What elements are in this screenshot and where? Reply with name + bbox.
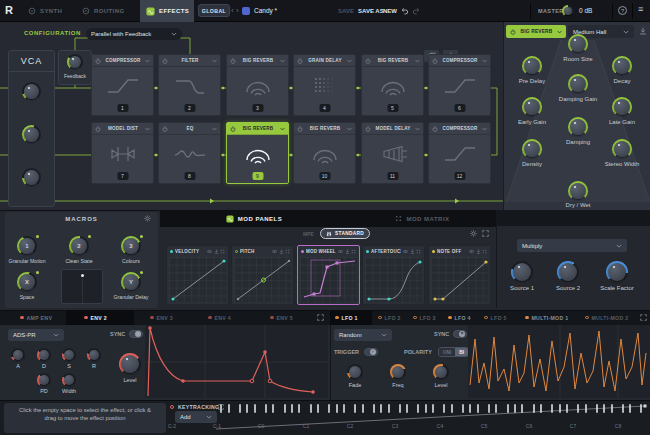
chevron-down-icon[interactable]: [145, 127, 150, 131]
master-volume-knob[interactable]: [562, 5, 574, 17]
download-icon[interactable]: [476, 249, 481, 254]
env-release-knob[interactable]: [87, 348, 101, 362]
keyboard-tick[interactable]: [425, 404, 427, 413]
tab-amp-env[interactable]: AMP ENV: [20, 310, 52, 325]
keyboard-tick[interactable]: [640, 404, 642, 413]
polarity-bi-option[interactable]: BI: [455, 348, 468, 356]
pre-delay-knob[interactable]: [522, 56, 542, 76]
aftertouch-curve-graph[interactable]: [365, 257, 422, 302]
chevron-down-icon[interactable]: [482, 59, 487, 63]
tab-env-2[interactable]: ENV 2: [84, 310, 107, 325]
mod-panel-note-off[interactable]: NOTE OFF: [428, 245, 491, 305]
grid-icon[interactable]: [285, 249, 290, 254]
keyboard-tick[interactable]: [611, 404, 613, 413]
keyboard-tick[interactable]: [373, 404, 375, 413]
lfo-fade-knob[interactable]: [347, 364, 363, 380]
chevron-down-icon[interactable]: [415, 59, 420, 63]
expand-icon[interactable]: [317, 314, 324, 321]
grid-icon[interactable]: [416, 249, 421, 254]
effect-slot-2[interactable]: FILTER 2: [158, 54, 221, 116]
lfo-polarity-switch[interactable]: UNI BI: [438, 347, 469, 357]
lfo-shape-dropdown[interactable]: Random: [334, 329, 392, 341]
link-icon[interactable]: [469, 249, 474, 254]
keyboard-tick[interactable]: [343, 404, 345, 413]
effect-slot-4[interactable]: GRAIN DELAY 4: [293, 54, 356, 116]
note-off-curve-graph[interactable]: [431, 257, 488, 302]
effect-slot-8[interactable]: EQ 8: [158, 122, 221, 184]
tab-lfo-2[interactable]: LFO 2: [378, 310, 401, 325]
keyboard-tick[interactable]: [577, 404, 579, 413]
keyboard-tick[interactable]: [477, 404, 479, 413]
keyboard-tick[interactable]: [239, 404, 241, 413]
keyboard-tick[interactable]: [551, 404, 553, 413]
download-icon[interactable]: [639, 27, 647, 35]
mode-mpe-button[interactable]: MPE: [303, 231, 314, 237]
effect-slot-11[interactable]: MODEL DELAY 11: [361, 122, 424, 184]
power-icon[interactable]: [365, 126, 371, 132]
keyboard-tick[interactable]: [417, 404, 419, 413]
chevron-down-icon[interactable]: [212, 59, 217, 63]
macro-3-knob[interactable]: 3: [121, 236, 141, 256]
save-button[interactable]: SAVE: [338, 8, 354, 14]
download-icon[interactable]: [345, 249, 350, 254]
new-button[interactable]: NEW: [383, 8, 397, 14]
gear-icon[interactable]: [144, 215, 151, 222]
keyboard-tick[interactable]: [432, 404, 434, 413]
effect-slot-9-selected[interactable]: BIG REVERB 9: [226, 122, 289, 184]
power-icon[interactable]: [230, 58, 236, 64]
env-mode-dropdown[interactable]: ADS-PR: [8, 329, 64, 341]
effect-slot-6[interactable]: COMPRESSOR 6: [428, 54, 491, 116]
source-1-knob[interactable]: [511, 261, 533, 283]
download-icon[interactable]: [410, 249, 415, 254]
expand-icon[interactable]: [482, 230, 489, 237]
tab-global[interactable]: GLOBAL: [198, 4, 230, 17]
lfo-waveform-graph[interactable]: [468, 325, 650, 398]
macro-2-knob[interactable]: 2: [69, 236, 89, 256]
env-level-knob[interactable]: [119, 353, 141, 375]
mode-standard-button[interactable]: STANDARD: [320, 228, 370, 239]
power-icon[interactable]: [95, 126, 101, 132]
keyboard-tick[interactable]: [603, 404, 605, 413]
power-icon[interactable]: [162, 126, 168, 132]
preset-prev-button[interactable]: ‹: [231, 6, 234, 15]
lfo-sync-toggle[interactable]: ×: [453, 330, 467, 338]
dry-wet-knob[interactable]: [568, 181, 588, 201]
keyboard-tick[interactable]: [507, 404, 509, 413]
tab-mod-matrix[interactable]: MOD MATRIX: [348, 210, 497, 227]
link-icon[interactable]: [338, 249, 343, 254]
grid-icon[interactable]: [482, 249, 487, 254]
lfo-freq-knob[interactable]: [390, 364, 406, 380]
early-gain-knob[interactable]: [522, 97, 542, 117]
env-pd-knob[interactable]: [37, 373, 51, 387]
tab-synth[interactable]: SYNTH: [28, 0, 62, 22]
keyboard-tick[interactable]: [317, 404, 319, 413]
effect-slot-7[interactable]: MODEL DIST 7: [91, 122, 154, 184]
tab-lfo-4[interactable]: LFO 4: [448, 310, 471, 325]
scale-factor-knob[interactable]: [606, 261, 628, 283]
keyboard-tick[interactable]: [622, 404, 624, 413]
mod-panel-velocity[interactable]: VELOCITY: [166, 245, 229, 305]
editor-device-dropdown[interactable]: BIG REVERB: [506, 25, 566, 38]
late-gain-knob[interactable]: [612, 97, 632, 117]
damping-gain-knob[interactable]: [568, 74, 588, 94]
env-sustain-knob[interactable]: [62, 348, 76, 362]
keyboard-tick[interactable]: [291, 404, 293, 413]
tab-env-4[interactable]: ENV 4: [208, 310, 231, 325]
keyboard-tick[interactable]: [380, 404, 382, 413]
tab-env-5[interactable]: ENV 5: [270, 310, 293, 325]
link-icon[interactable]: [403, 249, 408, 254]
chevron-down-icon[interactable]: [347, 127, 352, 131]
power-icon[interactable]: [162, 58, 168, 64]
gear-icon[interactable]: [470, 230, 477, 237]
source-2-knob[interactable]: [557, 261, 579, 283]
chevron-down-icon[interactable]: [280, 59, 285, 63]
env-sync-toggle[interactable]: [129, 330, 143, 338]
keyboard-tick[interactable]: [585, 404, 587, 413]
chevron-down-icon[interactable]: [415, 127, 420, 131]
lfo-level-knob[interactable]: [433, 364, 449, 380]
effect-slot-3[interactable]: BIG REVERB 3: [226, 54, 289, 116]
tab-multi-mod-1[interactable]: MULTI-MOD 1: [525, 310, 568, 325]
math-operation-dropdown[interactable]: Multiply: [517, 239, 627, 252]
keyboard-tick[interactable]: [399, 404, 401, 413]
download-icon[interactable]: [279, 249, 284, 254]
